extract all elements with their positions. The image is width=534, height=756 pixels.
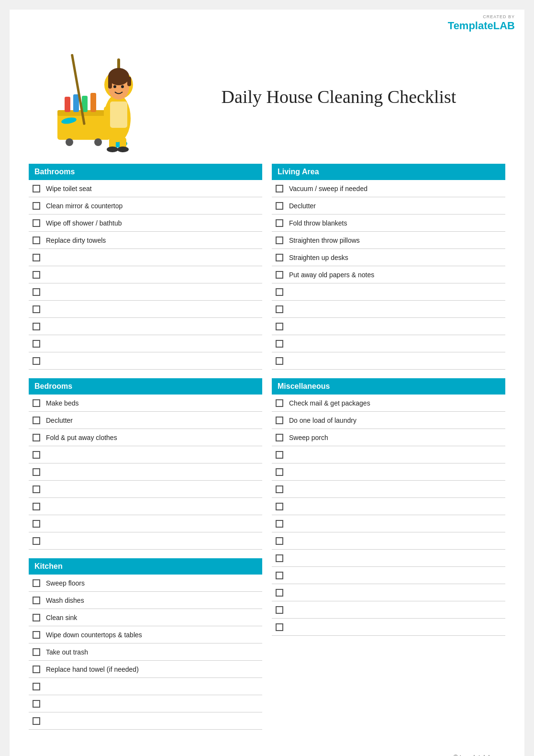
- checkbox[interactable]: [33, 340, 40, 348]
- list-item[interactable]: [29, 532, 262, 550]
- list-item[interactable]: [29, 335, 262, 352]
- list-item[interactable]: [272, 481, 505, 498]
- list-item[interactable]: Replace dirty towels: [29, 232, 262, 249]
- checkbox[interactable]: [33, 305, 40, 313]
- list-item[interactable]: Sweep porch: [272, 429, 505, 446]
- checkbox[interactable]: [33, 185, 40, 192]
- checkbox[interactable]: [33, 288, 40, 296]
- checkbox[interactable]: [33, 485, 40, 493]
- list-item[interactable]: Check mail & get packages: [272, 395, 505, 412]
- checkbox[interactable]: [33, 219, 40, 227]
- list-item[interactable]: [272, 515, 505, 532]
- list-item[interactable]: Straighten throw pillows: [272, 232, 505, 249]
- list-item[interactable]: [29, 266, 262, 283]
- checkbox[interactable]: [33, 202, 40, 210]
- list-item[interactable]: [29, 712, 262, 730]
- checkbox[interactable]: [276, 468, 283, 476]
- checkbox[interactable]: [276, 237, 283, 244]
- checkbox[interactable]: [33, 271, 40, 279]
- checkbox[interactable]: [276, 185, 283, 192]
- list-item[interactable]: Replace hand towel (if needed): [29, 661, 262, 678]
- checkbox[interactable]: [33, 579, 40, 587]
- checkbox[interactable]: [33, 417, 40, 424]
- checkbox[interactable]: [33, 520, 40, 528]
- list-item[interactable]: Declutter: [272, 197, 505, 214]
- checkbox[interactable]: [276, 357, 283, 365]
- checkbox[interactable]: [33, 631, 40, 639]
- list-item[interactable]: [29, 352, 262, 370]
- checkbox[interactable]: [33, 323, 40, 330]
- list-item[interactable]: [272, 498, 505, 515]
- list-item[interactable]: [272, 567, 505, 584]
- checkbox[interactable]: [276, 323, 283, 330]
- list-item[interactable]: Clean mirror & countertop: [29, 197, 262, 214]
- checkbox[interactable]: [33, 254, 40, 261]
- list-item[interactable]: [272, 335, 505, 352]
- checkbox[interactable]: [33, 683, 40, 690]
- list-item[interactable]: [29, 283, 262, 301]
- list-item[interactable]: [272, 301, 505, 318]
- checkbox[interactable]: [33, 700, 40, 708]
- checkbox[interactable]: [276, 554, 283, 562]
- list-item[interactable]: [29, 318, 262, 335]
- list-item[interactable]: [272, 283, 505, 301]
- checkbox[interactable]: [276, 623, 283, 631]
- list-item[interactable]: Clean sink: [29, 609, 262, 626]
- checkbox[interactable]: [276, 434, 283, 441]
- list-item[interactable]: Wipe toilet seat: [29, 180, 262, 197]
- checkbox[interactable]: [276, 288, 283, 296]
- list-item[interactable]: [272, 619, 505, 636]
- checkbox[interactable]: [276, 485, 283, 493]
- list-item[interactable]: [29, 695, 262, 712]
- checkbox[interactable]: [276, 271, 283, 279]
- checkbox[interactable]: [276, 606, 283, 614]
- checkbox[interactable]: [276, 340, 283, 348]
- checkbox[interactable]: [276, 537, 283, 545]
- checkbox[interactable]: [33, 434, 40, 441]
- list-item[interactable]: [272, 352, 505, 370]
- checkbox[interactable]: [276, 572, 283, 579]
- checkbox[interactable]: [276, 219, 283, 227]
- list-item[interactable]: [29, 301, 262, 318]
- checkbox[interactable]: [276, 589, 283, 597]
- list-item[interactable]: Take out trash: [29, 643, 262, 661]
- list-item[interactable]: Put away old papers & notes: [272, 266, 505, 283]
- checkbox[interactable]: [276, 503, 283, 510]
- checkbox[interactable]: [33, 614, 40, 621]
- checkbox[interactable]: [33, 399, 40, 407]
- checkbox[interactable]: [276, 417, 283, 424]
- checkbox[interactable]: [276, 202, 283, 210]
- checkbox[interactable]: [33, 648, 40, 656]
- checkbox[interactable]: [33, 468, 40, 476]
- list-item[interactable]: [272, 532, 505, 550]
- list-item[interactable]: Fold & put away clothes: [29, 429, 262, 446]
- checkbox[interactable]: [33, 537, 40, 545]
- list-item[interactable]: [29, 515, 262, 532]
- checkbox[interactable]: [276, 305, 283, 313]
- list-item[interactable]: Make beds: [29, 395, 262, 412]
- checkbox[interactable]: [276, 254, 283, 261]
- list-item[interactable]: [272, 318, 505, 335]
- list-item[interactable]: [29, 249, 262, 266]
- checkbox[interactable]: [276, 451, 283, 459]
- list-item[interactable]: [272, 446, 505, 463]
- list-item[interactable]: [29, 678, 262, 695]
- list-item[interactable]: Straighten up desks: [272, 249, 505, 266]
- checkbox[interactable]: [33, 357, 40, 365]
- list-item[interactable]: [272, 550, 505, 567]
- list-item[interactable]: Wash dishes: [29, 592, 262, 609]
- list-item[interactable]: [272, 463, 505, 481]
- list-item[interactable]: Wipe down countertops & tables: [29, 626, 262, 643]
- checkbox[interactable]: [33, 717, 40, 725]
- list-item[interactable]: Fold throw blankets: [272, 214, 505, 232]
- list-item[interactable]: [272, 601, 505, 619]
- list-item[interactable]: [272, 584, 505, 601]
- list-item[interactable]: [29, 498, 262, 515]
- list-item[interactable]: Wipe off shower / bathtub: [29, 214, 262, 232]
- checkbox[interactable]: [33, 503, 40, 510]
- list-item[interactable]: [29, 463, 262, 481]
- checkbox[interactable]: [33, 597, 40, 604]
- checkbox[interactable]: [33, 451, 40, 459]
- checkbox[interactable]: [276, 399, 283, 407]
- checkbox[interactable]: [33, 237, 40, 244]
